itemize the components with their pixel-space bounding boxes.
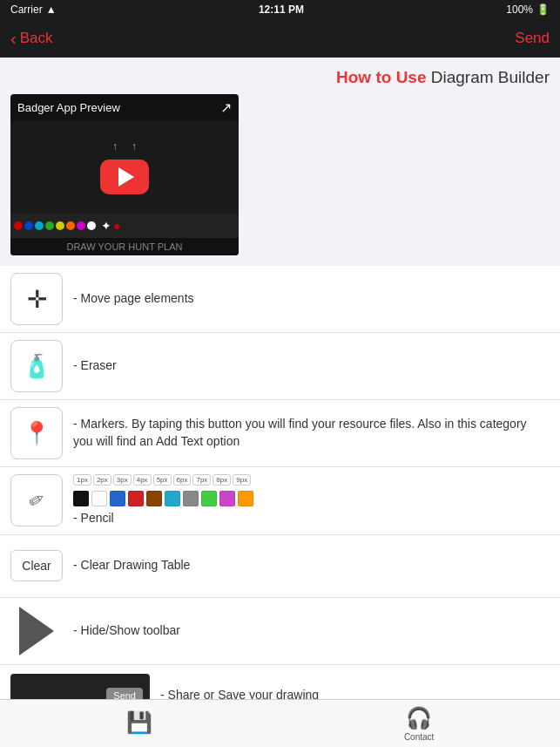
video-label: DRAW YOUR HUNT PLAN — [17, 241, 232, 252]
title-rest: Diagram Builder — [427, 68, 550, 86]
move-icon: ✛ — [27, 285, 47, 314]
status-bar: Carrier ▲ 12:11 PM 100% 🔋 — [0, 0, 560, 19]
feature-eraser: 🧴 - Eraser — [0, 333, 560, 400]
pencil-sizes: 1px 2px 3px 4px 5px 6px 7px 8px 9px — [73, 474, 550, 486]
eraser-icon-box: 🧴 — [10, 340, 63, 392]
video-toolbar: ✦ ● — [10, 214, 239, 238]
pencil-desc: - Pencil — [73, 510, 550, 527]
page-title: How to Use Diagram Builder — [0, 58, 560, 94]
save-icon: 💾 — [126, 710, 152, 735]
features-list: ✛ - Move page elements 🧴 - Eraser 📍 - Ma… — [0, 266, 560, 728]
pencil-colors — [73, 491, 550, 506]
eraser-desc: - Eraser — [73, 357, 550, 375]
play-triangle-icon — [19, 607, 54, 655]
pencil-controls: 1px 2px 3px 4px 5px 6px 7px 8px 9px — [73, 474, 550, 527]
status-battery: 100% 🔋 — [506, 3, 550, 16]
markers-desc: - Markers. By taping this button you wil… — [73, 416, 550, 450]
feature-clear: Clear - Clear Drawing Table — [0, 535, 560, 598]
status-carrier: Carrier ▲ — [10, 3, 57, 16]
feature-pencil: ✏ 1px 2px 3px 4px 5px 6px 7px 8px 9px — [0, 467, 560, 535]
back-button[interactable]: ‹ Back — [10, 29, 52, 49]
video-thumbnail[interactable]: Badger App Preview ↗ ↑ ↑ ✦ ● DRAW YOUR H… — [10, 94, 239, 255]
share-icon: ↗ — [220, 99, 232, 116]
move-icon-box: ✛ — [10, 273, 63, 325]
clear-label: Clear — [22, 559, 51, 573]
tab-save[interactable]: 💾 — [126, 710, 152, 737]
feature-hide: - Hide/Show toolbar — [0, 598, 560, 665]
pencil-icon-box: ✏ — [10, 474, 63, 526]
move-desc: - Move page elements — [73, 290, 550, 308]
back-label: Back — [20, 30, 53, 47]
hide-desc: - Hide/Show toolbar — [73, 622, 550, 640]
contact-label: Contact — [404, 732, 434, 742]
chevron-left-icon: ‹ — [10, 29, 17, 49]
headphone-icon: 🎧 — [406, 706, 432, 730]
feature-move: ✛ - Move page elements — [0, 266, 560, 333]
send-button[interactable]: Send — [515, 30, 550, 47]
pencil-icon: ✏ — [24, 487, 50, 515]
eraser-icon: 🧴 — [23, 353, 51, 380]
status-time: 12:11 PM — [259, 3, 304, 16]
feature-markers: 📍 - Markers. By taping this button you w… — [0, 400, 560, 467]
title-how: How to Use — [336, 68, 426, 86]
markers-icon-box: 📍 — [10, 407, 63, 459]
hide-icon-box — [10, 605, 63, 657]
marker-icon: 📍 — [23, 420, 51, 447]
clear-desc: - Clear Drawing Table — [73, 557, 550, 574]
tab-contact[interactable]: 🎧 Contact — [404, 706, 434, 742]
video-title: Badger App Preview — [17, 101, 120, 114]
tab-bar: 💾 🎧 Contact — [0, 699, 560, 747]
nav-bar: ‹ Back Send — [0, 19, 560, 58]
play-button-icon[interactable] — [100, 160, 149, 194]
video-section: Badger App Preview ↗ ↑ ↑ ✦ ● DRAW YOUR H… — [10, 94, 550, 255]
clear-button[interactable]: Clear — [10, 550, 63, 581]
